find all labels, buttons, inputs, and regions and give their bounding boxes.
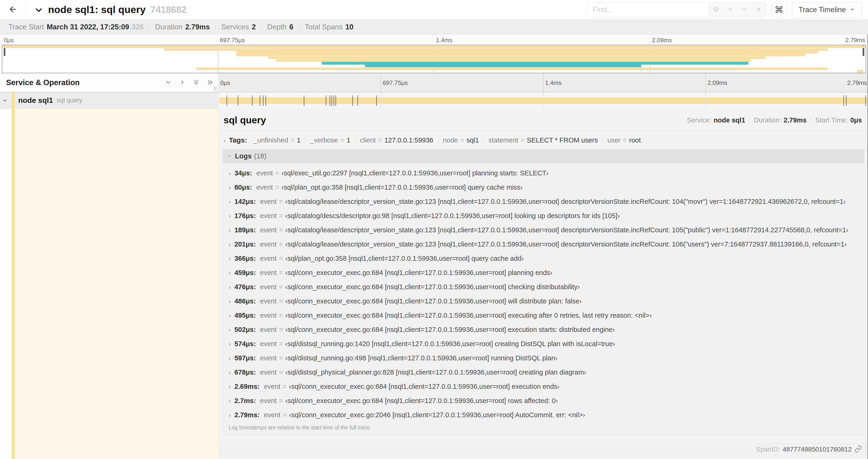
equals-sign: = [279,397,283,405]
trace-title-group[interactable]: node sql1: sql query 7418682 [34,4,187,15]
chevron-right-icon: › [229,227,231,234]
double-chevron-down-icon [192,78,200,87]
chevron-up-icon [727,6,734,13]
tag-item[interactable]: user=root [602,136,645,144]
log-field-value: ‹sql/catalog/lease/descriptor_version_st… [285,240,846,248]
log-field-value: ‹sql/exec_util.go:2297 [nsql1,client=127… [281,169,549,177]
log-field-value: ‹sql/catalog/descs/descriptor.go:98 [nsq… [285,212,620,220]
chevron-down-icon[interactable] [34,5,43,14]
trace-info-item: Duration2.79ms [149,22,215,32]
collapse-all-button[interactable] [192,78,200,87]
log-entry-row[interactable]: ›34μs:event=‹sql/exec_util.go:2297 [nsql… [223,166,864,180]
log-entry-row[interactable]: ›80μs:event=‹sql/plan_opt.go:358 [nsql1,… [223,180,864,195]
equals-sign: = [279,198,283,205]
chevron-right-icon: › [229,412,231,419]
log-entry-row[interactable]: ›142μs:event=‹sql/catalog/lease/descript… [223,195,864,209]
log-tick [846,95,846,106]
navbar: node sql1: sql query 7418682 ⌘ Trace Tim… [0,0,868,20]
log-timestamp: 574μs: [235,340,256,348]
log-entry-row[interactable]: ›2.79ms:event=‹sql/conn_executor_exec.go… [223,408,864,422]
keyboard-shortcuts-button[interactable]: ⌘ [771,2,787,18]
minimap-span-bar [164,48,828,51]
trace-info-value: March 31 2022, 17:25:09 [46,23,129,31]
locate-button[interactable] [709,2,723,17]
log-tick [330,95,330,106]
timeline-gridline [705,92,706,108]
tag-item[interactable]: _verbose=1 [305,136,355,144]
span-meta-label: Start Time: [815,117,848,124]
trace-info-label: Depth [267,23,286,31]
log-entry-row[interactable]: ›502μs:event=‹sql/conn_executor_exec.go:… [223,323,864,337]
minimap-canvas[interactable] [2,45,866,73]
log-entry-row[interactable]: ›574μs:event=‹sql/distsql_running.go:142… [223,337,864,351]
log-entry-row[interactable]: ›2.69ms:event=‹sql/conn_executor_exec.go… [223,380,864,394]
span-row-timeline-cell[interactable] [218,92,868,108]
find-input[interactable] [588,2,709,17]
log-tick [334,95,334,106]
view-selector-button[interactable]: Trace Timeline [792,2,862,18]
log-entry-row[interactable]: ›459μs:event=‹sql/conn_executor_exec.go:… [223,266,864,280]
span-row: › node sql1 sql query [0,92,868,109]
log-entry-row[interactable]: ›486μs:event=‹sql/conn_executor_exec.go:… [223,294,864,308]
span-meta-value: node sql1 [714,117,745,124]
deep-link-button[interactable] [855,445,862,453]
expand-one-button[interactable] [179,78,186,87]
chevron-right-icon: › [229,298,231,305]
log-entry-row[interactable]: ›189μs:event=‹sql/catalog/lease/descript… [223,223,864,237]
back-button[interactable] [0,0,26,19]
equals-sign: = [279,312,283,319]
log-entry-row[interactable]: ›597μs:event=‹sql/distsql_running.go:498… [223,351,864,365]
equals-sign: = [378,136,382,144]
ruler-tick-label: 2.09ms [650,37,672,44]
tags-section-toggle[interactable]: › Tags: _unfinished=1_verbose=1client=12… [218,131,868,148]
collapse-one-button[interactable] [164,78,172,87]
log-entry-row[interactable]: ›678μs:event=‹sql/distsql_physical_plann… [223,365,864,380]
log-field-name: event [260,226,277,234]
log-entry-row[interactable]: ›495μs:event=‹sql/conn_executor_exec.go:… [223,308,864,323]
expand-all-button[interactable] [207,78,214,87]
command-icon: ⌘ [775,5,783,15]
link-icon [855,445,862,453]
log-entry-row[interactable]: ›201μs:event=‹sql/catalog/lease/descript… [223,237,864,252]
log-timestamp: 486μs: [235,297,256,305]
column-resizer-handle[interactable] [214,86,216,91]
minimap-span-bar [365,65,641,67]
next-match-button[interactable] [738,2,752,17]
span-row-name-cell[interactable]: › node sql1 sql query [0,92,218,108]
log-tick [358,95,358,106]
span-meta-value: 2.79ms [783,117,806,124]
log-entry-row[interactable]: ›366μs:event=‹sql/plan_opt.go:358 [nsql1… [223,252,864,266]
log-entry-row[interactable]: ›2.7ms:event=‹sql/conn_executor_exec.go:… [223,394,864,408]
log-field-name: event [264,383,280,390]
tag-item[interactable]: _unfinished=1 [249,136,305,144]
span-service-name: node sql1 [18,96,53,105]
chevron-right-icon: › [229,326,231,333]
log-field-value: ‹sql/catalog/lease/descriptor_version_st… [285,198,846,205]
log-entry-row[interactable]: ›176μs:event=‹sql/catalog/descs/descript… [223,209,864,223]
log-tick [263,95,264,106]
ruler-tick-label: 0μs [218,79,230,87]
prev-match-button[interactable] [723,2,738,17]
trace-info-label: Services [221,23,249,31]
log-tick [260,95,260,106]
logs-section-toggle[interactable]: › Logs (18) [223,149,864,163]
log-field-value: ‹sql/plan_opt.go:358 [nsql1,client=127.0… [281,184,522,191]
find-button-group [709,2,766,17]
chevron-right-icon: › [229,355,231,362]
tag-item[interactable]: statement=SELECT * FROM users [484,136,602,144]
tag-item[interactable]: node=sql1 [438,136,484,144]
log-entry-row[interactable]: ›476μs:event=‹sql/conn_executor_exec.go:… [223,280,864,294]
minimap-span-bar [196,67,828,70]
tag-item[interactable]: client=127.0.0.1:59936 [355,136,438,144]
collapse-chevron-icon[interactable]: › [1,99,9,102]
chevron-down-icon [164,78,172,87]
log-timestamp: 459μs: [235,269,256,276]
equals-sign: = [460,136,464,144]
clear-search-button[interactable] [752,2,766,17]
collapse-controls [164,78,214,87]
logs-title: Logs [235,152,252,160]
log-tick [326,95,326,106]
log-timestamp: 597μs: [235,354,256,362]
chevron-right-icon: › [229,212,231,220]
span-detail-left-column [0,109,218,459]
